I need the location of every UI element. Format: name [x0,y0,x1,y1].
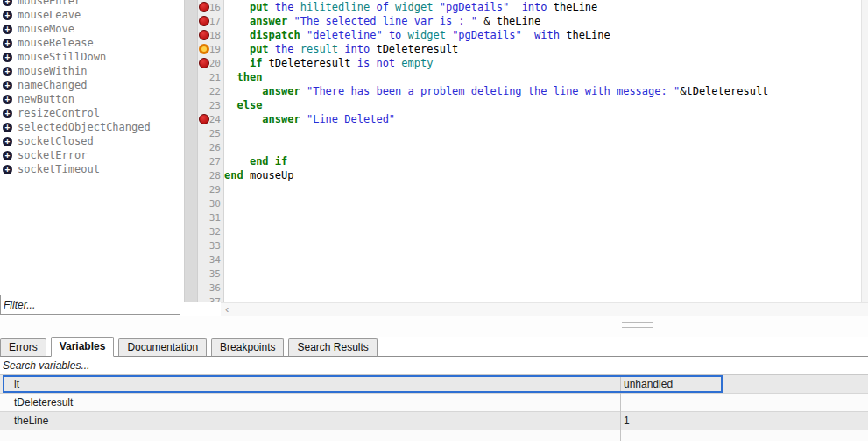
gutter-row: 25 [198,126,223,140]
line-number: 18 [209,30,221,41]
code-token: end if [250,155,287,167]
code-line[interactable]: if tDeleteresult is not empty [224,56,861,70]
handler-list-item[interactable]: +socketError [0,148,182,162]
variable-value: 1 [624,412,630,430]
code-token: is not [357,57,402,69]
code-token: "The selected line var is : " [293,15,477,27]
handler-list-item[interactable]: +mouseMove [0,22,182,36]
code-line[interactable] [224,253,861,267]
variable-row[interactable]: tDeleteresult [0,394,868,412]
search-variables-box [0,357,868,375]
vertical-scrollbar[interactable] [861,0,868,302]
variable-row[interactable]: itunhandled [0,375,868,394]
code-token: &tDeleteresult [680,85,768,97]
code-line[interactable]: answer "The selected line var is : " & t… [224,14,861,28]
tab-errors[interactable]: Errors [0,338,46,357]
code-line[interactable] [224,267,861,281]
sidebar-scrollbar[interactable] [184,0,198,302]
filter-input[interactable] [1,299,180,311]
handler-name: nameChanged [18,79,87,91]
tab-documentation[interactable]: Documentation [118,338,207,357]
code-token: end [224,169,250,181]
code-line[interactable] [224,281,861,295]
gutter-row: 17 [198,14,223,28]
tab-breakpoints[interactable]: Breakpoints [211,338,284,357]
code-line[interactable]: end if [224,154,861,168]
code-token: tDeleteresult [269,57,357,69]
handler-list-item[interactable]: +selectedObjectChanged [0,120,182,134]
code-token: hilitedline [300,1,377,13]
code-line[interactable] [224,126,861,140]
plus-circle-icon: + [3,53,12,62]
code-token [522,29,534,41]
code-line[interactable] [224,210,861,224]
code-line[interactable] [224,295,861,302]
variable-name: tDeleteresult [14,394,73,411]
code-line[interactable]: dispatch "deleteline" to widget "pgDetai… [224,28,861,42]
breakpoint-red-icon[interactable] [199,114,209,124]
line-number: 22 [209,86,221,97]
variable-row-empty [0,430,868,441]
handler-list-item[interactable]: +nameChanged [0,78,182,92]
gutter-row: 35 [198,267,223,281]
line-number: 28 [209,170,221,181]
breakpoint-red-icon[interactable] [199,58,209,68]
gutter-row: 34 [198,253,223,267]
code-line[interactable] [224,238,861,253]
gutter-row: 31 [198,210,223,224]
code-line[interactable] [224,224,861,238]
code-line[interactable] [224,182,861,196]
horizontal-scrollbar[interactable]: ‹ [221,302,868,316]
handler-list-item[interactable]: +newButton [0,92,182,106]
gutter-row: 28 [198,168,223,182]
handler-name: mouseEnter [18,0,81,7]
code-line[interactable] [224,140,861,154]
filter-box [0,295,180,315]
tab-search-results[interactable]: Search Results [288,338,377,357]
code-line[interactable]: answer "There has been a problem deletin… [224,84,861,98]
breakpoint-red-icon[interactable] [199,16,209,26]
handler-list-item[interactable]: +socketTimeout [0,162,182,176]
gutter-row: 24 [198,112,223,126]
gutter-row: 21 [198,70,223,84]
tab-variables[interactable]: Variables [51,337,115,357]
variable-row[interactable]: theLine1 [0,412,868,430]
handler-list-item[interactable]: +mouseStillDown [0,50,182,64]
code-token: with [534,29,566,41]
handler-list-item[interactable]: +mouseWithin [0,64,182,78]
plus-circle-icon: + [3,81,12,90]
line-number: 25 [209,128,221,139]
breakpoint-red-icon[interactable] [199,30,209,40]
line-number: 29 [209,184,221,196]
code-token: put [250,43,275,55]
code-line[interactable]: end mouseUp [224,168,861,182]
line-number: 23 [209,100,221,111]
code-token: mouseUp [250,169,294,181]
handler-name: newButton [18,93,74,105]
search-variables-input[interactable] [0,357,868,374]
code-token: theLine [566,29,610,41]
code-line[interactable]: put the result into tDeleteresult [224,42,861,56]
code-line[interactable]: put the hilitedline of widget "pgDetails… [224,0,861,14]
line-number: 27 [209,156,221,167]
handler-list-item[interactable]: +mouseRelease [0,36,182,50]
line-number: 17 [209,16,221,27]
breakpoint-red-icon[interactable] [199,2,209,12]
code-line[interactable]: else [224,98,861,112]
gutter-row: 18 [198,28,223,42]
handler-sidebar: +mouseEnter+mouseLeave+mouseMove+mouseRe… [0,0,182,316]
code-line[interactable]: then [224,70,861,84]
bottom-tabbar: ErrorsVariablesDocumentationBreakpointsS… [0,337,378,357]
code-pane[interactable]: put the hilitedline of widget "pgDetails… [224,0,861,302]
code-token: result [300,43,345,55]
handler-list-item[interactable]: +resizeControl [0,106,182,120]
code-line[interactable] [224,196,861,210]
scroll-left-icon[interactable]: ‹ [225,302,229,316]
splitter-grip-icon[interactable] [622,322,653,328]
handler-list-item[interactable]: +socketClosed [0,134,182,148]
handler-list-item[interactable]: +mouseLeave [0,8,182,22]
code-token: "pgDetails" [440,1,509,13]
breakpoint-orange-icon[interactable] [199,44,209,54]
code-line[interactable]: answer "Line Deleted" [224,112,861,126]
handler-list-item[interactable]: +mouseEnter [0,0,182,8]
